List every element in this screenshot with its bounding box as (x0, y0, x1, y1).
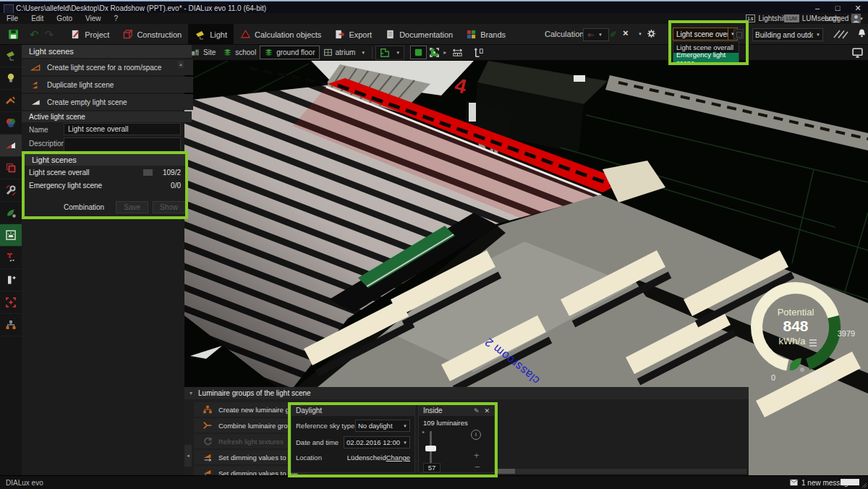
create-empty-scene-button[interactable]: Create empty light scene (22, 94, 193, 110)
duplicate-triangles-icon (30, 80, 41, 90)
escape-route-tool[interactable] (0, 247, 22, 269)
chevron-down-icon: ▼ (816, 33, 820, 37)
scene-settings-button[interactable] (733, 29, 744, 39)
scene-row-overall[interactable]: Light scene overall 109/2 (25, 166, 185, 179)
scene-row-emergency[interactable]: Emergency light scene 0/0 (25, 179, 185, 192)
tab-project[interactable]: Project (64, 24, 116, 45)
scene-count: 109/2 (163, 169, 181, 177)
menu-edit[interactable]: Edit (25, 14, 50, 23)
tab-ground-floor[interactable]: ground floor (260, 46, 319, 59)
bulb-tool[interactable] (0, 67, 22, 90)
dimming-value-field[interactable]: 57 (423, 463, 441, 472)
toolbar-divider (372, 47, 373, 59)
date-time-select[interactable]: 02.02.2016 12:00 ▼ (344, 436, 410, 448)
menu-goto[interactable]: Goto (50, 14, 79, 23)
calculation-mode-button[interactable]: ▼ (583, 28, 609, 41)
maintenance-tool[interactable] (0, 179, 22, 202)
save-button[interactable]: Save (116, 201, 148, 213)
horizontal-scrollbar[interactable] (496, 469, 746, 474)
light-scene-select[interactable]: Light scene overall ▼ (673, 27, 738, 41)
wall-mount-tool[interactable] (0, 269, 22, 292)
tab-atrium[interactable]: atrium ▼ (320, 46, 370, 59)
luminaires-tool[interactable] (0, 45, 22, 67)
monitor-icon[interactable] (851, 46, 864, 59)
menu-file[interactable]: File (0, 14, 25, 23)
create-scene-button[interactable]: Create light scene for a room/space (22, 59, 193, 75)
view-3d-button[interactable] (410, 46, 427, 59)
measure-horizontal-icon[interactable] (452, 47, 463, 58)
tab-brands[interactable]: Brands (459, 24, 512, 45)
energy-tool[interactable] (0, 202, 22, 224)
calculation-options-chevron[interactable]: ▼ (638, 32, 642, 36)
dimming-icon (5, 140, 17, 151)
menu-help[interactable]: ? (108, 14, 125, 23)
tab-light[interactable]: Light (188, 24, 234, 45)
copy-arrangement-tool[interactable] (0, 157, 22, 179)
cancel-calculation-icon[interactable]: × (623, 27, 629, 38)
undo-icon[interactable]: ↶ (30, 28, 39, 41)
scene-name-field[interactable]: Light scene overall (64, 123, 181, 135)
show-button[interactable]: Show (153, 201, 185, 213)
scene-triangle-icon (30, 62, 41, 73)
collapse-chevron-icon[interactable]: ▾ (190, 390, 192, 396)
tab-site[interactable]: Site (187, 46, 219, 59)
daylight-tool[interactable] (0, 224, 22, 247)
dropdown-option-emergency[interactable]: Emergency light scene (673, 53, 739, 64)
scrollbar-up-arrow[interactable]: ▲ (178, 61, 184, 68)
joint-tool[interactable] (0, 90, 22, 112)
scene-description-field[interactable] (64, 137, 181, 155)
gauge-tick-zero: 0 (771, 373, 775, 382)
daylight-title: Daylight (292, 405, 414, 416)
tab-construction[interactable]: Construction (116, 24, 188, 45)
tab-documentation[interactable]: Documentation (378, 24, 459, 45)
scrollbar-thumb[interactable] (496, 469, 515, 474)
shade-raster-icon[interactable] (832, 28, 851, 40)
group-tree-tool[interactable] (0, 314, 22, 336)
dimming-tool[interactable] (0, 135, 22, 157)
lightshift-button[interactable]: Ls Lightshift (746, 13, 787, 24)
close-button[interactable]: ✕ (848, 3, 868, 14)
ramp-up-icon (203, 452, 213, 462)
duplicate-scene-button[interactable]: Duplicate light scene (22, 77, 193, 93)
sky-type-label: Reference sky type (296, 422, 355, 430)
copy-frames-icon (5, 162, 17, 174)
maximize-button[interactable]: □ (827, 3, 848, 14)
active-scene-title: Active light scene (22, 111, 192, 122)
gear-icon[interactable] (646, 28, 657, 39)
scene-checkbox[interactable] (143, 169, 153, 176)
info-icon[interactable]: i (471, 430, 481, 440)
viewport-toolbar: Site school ground floor atrium ▼ ▼ ▸ (184, 45, 868, 61)
sky-type-select[interactable]: No daylight ▼ (355, 420, 410, 432)
change-location-link[interactable]: Change (386, 454, 410, 462)
dimming-slider-handle[interactable] (425, 446, 436, 451)
tab-school[interactable]: school (219, 46, 260, 59)
minimize-button[interactable]: – (807, 3, 827, 14)
energy-leaf-toolbar-icon[interactable] (608, 29, 618, 39)
close-icon[interactable]: ✕ (484, 407, 490, 414)
edit-pencil-icon[interactable]: ✎ (474, 407, 480, 414)
tool-sidebar (0, 45, 22, 475)
chevron-right-icon[interactable]: ▸ (443, 49, 446, 56)
tab-export[interactable]: Export (328, 24, 378, 45)
menu-view[interactable]: View (79, 14, 108, 23)
measure-vertical-icon[interactable] (474, 47, 485, 58)
resize-grip[interactable] (861, 482, 867, 488)
construction-icon (122, 29, 133, 40)
avatar[interactable] (851, 14, 861, 23)
floorplan-view-button[interactable]: ▼ (375, 46, 404, 60)
fullscreen-icon[interactable] (429, 47, 440, 58)
progress-indicator (841, 479, 859, 485)
name-label: Name (29, 126, 48, 134)
view-mode-select[interactable]: Building and outdoor pla... ▼ (752, 28, 823, 41)
panel-collapse-button[interactable]: ◂ (184, 445, 192, 467)
refresh-icon (203, 436, 213, 446)
light-color-tool[interactable] (0, 112, 22, 135)
increment-button[interactable]: + (474, 450, 480, 461)
area-select-tool[interactable] (0, 292, 22, 314)
tab-calculation-objects[interactable]: Calculation objects (234, 24, 328, 45)
bell-icon[interactable] (856, 27, 867, 39)
chevron-down-icon: ▼ (361, 51, 365, 55)
save-icon[interactable] (7, 28, 20, 41)
decrement-button[interactable]: − (475, 462, 480, 472)
app-brand: DIALux evo (6, 479, 43, 487)
